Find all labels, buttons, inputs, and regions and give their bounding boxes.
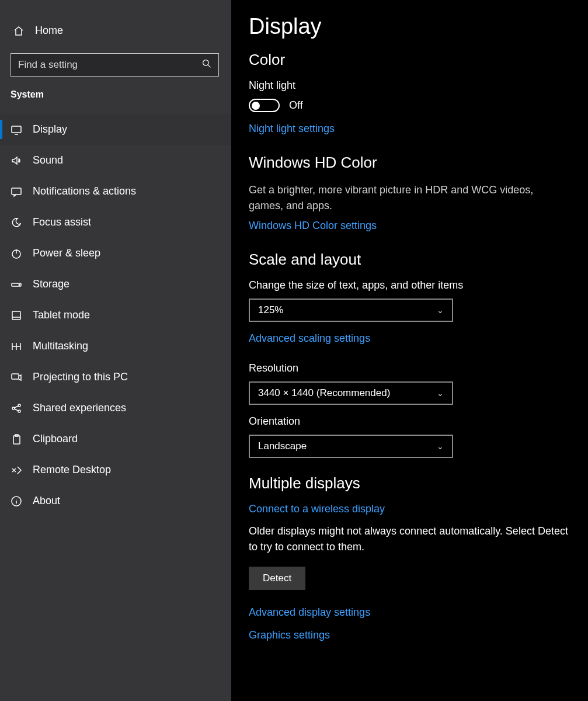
remote-desktop-icon [11,464,22,476]
tablet-icon [11,310,22,321]
section-color-heading: Color [249,51,570,69]
page-title: Display [249,14,570,39]
sidebar-item-label: Power & sleep [33,247,100,259]
older-displays-text: Older displays might not always connect … [249,523,570,555]
chevron-down-icon: ⌄ [437,306,444,315]
sidebar-item-multitasking[interactable]: Multitasking [0,331,231,362]
night-light-settings-link[interactable]: Night light settings [249,123,335,135]
orientation-value: Landscape [258,440,307,452]
sidebar-item-label: Projecting to this PC [33,371,128,383]
svg-rect-11 [13,436,20,444]
search-input-container[interactable] [11,53,219,77]
sidebar: Home System Display Sound Notifications … [0,0,231,701]
scale-size-label: Change the size of text, apps, and other… [249,279,570,291]
sidebar-item-notifications[interactable]: Notifications & actions [0,176,231,207]
search-input[interactable] [18,59,202,71]
section-scale-heading: Scale and layout [249,251,570,269]
chevron-down-icon: ⌄ [437,388,444,398]
night-light-label: Night light [249,79,570,92]
hd-color-settings-link[interactable]: Windows HD Color settings [249,220,377,232]
resolution-label: Resolution [249,362,570,374]
sidebar-item-power-sleep[interactable]: Power & sleep [0,238,231,269]
svg-rect-2 [12,188,21,195]
orientation-label: Orientation [249,415,570,428]
sidebar-item-projecting[interactable]: Projecting to this PC [0,362,231,393]
scale-dropdown[interactable]: 125% ⌄ [249,299,453,322]
svg-point-10 [18,410,20,412]
sidebar-item-label: Multitasking [33,340,88,352]
svg-point-8 [12,407,15,410]
storage-icon [11,279,22,290]
display-icon [11,124,22,136]
advanced-scaling-link[interactable]: Advanced scaling settings [249,332,370,345]
svg-rect-1 [12,126,21,133]
sidebar-item-focus-assist[interactable]: Focus assist [0,207,231,238]
sidebar-item-sound[interactable]: Sound [0,145,231,176]
hd-description: Get a brighter, more vibrant picture in … [249,182,570,214]
scale-value: 125% [258,304,283,316]
main-panel: Display Color Night light Off Night ligh… [231,0,588,701]
sound-icon [11,155,22,166]
night-light-state: Off [289,99,303,112]
info-icon [11,495,22,507]
sidebar-item-storage[interactable]: Storage [0,269,231,300]
svg-point-0 [203,60,209,66]
svg-rect-6 [12,311,20,320]
section-multiple-displays-heading: Multiple displays [249,474,570,492]
sidebar-item-label: Storage [33,278,69,290]
clipboard-icon [11,433,22,445]
connect-wireless-link[interactable]: Connect to a wireless display [249,503,385,515]
graphics-settings-link[interactable]: Graphics settings [249,629,330,641]
sidebar-item-label: Tablet mode [33,309,90,321]
sidebar-item-clipboard[interactable]: Clipboard [0,424,231,454]
svg-rect-7 [12,374,19,379]
detect-button[interactable]: Detect [249,567,305,590]
home-icon [13,25,25,37]
sidebar-item-display[interactable]: Display [0,114,231,145]
svg-point-5 [19,284,20,285]
sidebar-item-label: Sound [33,154,63,166]
multitasking-icon [11,341,22,352]
search-icon [202,59,211,71]
resolution-value: 3440 × 1440 (Recommended) [258,387,390,399]
sidebar-item-about[interactable]: About [0,485,231,516]
sidebar-item-label: About [33,495,60,507]
sidebar-item-remote-desktop[interactable]: Remote Desktop [0,454,231,485]
sidebar-item-shared-experiences[interactable]: Shared experiences [0,393,231,424]
night-light-toggle[interactable] [249,99,280,112]
notifications-icon [11,186,22,197]
sidebar-item-label: Notifications & actions [33,185,136,197]
share-icon [11,402,22,414]
sidebar-item-label: Shared experiences [33,402,126,414]
section-hd-heading: Windows HD Color [249,154,570,172]
sidebar-item-label: Remote Desktop [33,464,111,476]
svg-point-9 [18,404,20,407]
projecting-icon [11,372,22,383]
section-header-system: System [0,89,231,100]
power-icon [11,248,22,259]
advanced-display-link[interactable]: Advanced display settings [249,606,370,619]
sidebar-item-label: Clipboard [33,433,78,445]
orientation-dropdown[interactable]: Landscape ⌄ [249,435,453,458]
moon-icon [11,217,22,228]
chevron-down-icon: ⌄ [437,442,444,451]
resolution-dropdown[interactable]: 3440 × 1440 (Recommended) ⌄ [249,381,453,405]
sidebar-item-label: Display [33,123,67,136]
home-label: Home [35,25,63,37]
home-button[interactable]: Home [0,19,231,43]
sidebar-item-tablet-mode[interactable]: Tablet mode [0,300,231,331]
sidebar-item-label: Focus assist [33,216,91,228]
